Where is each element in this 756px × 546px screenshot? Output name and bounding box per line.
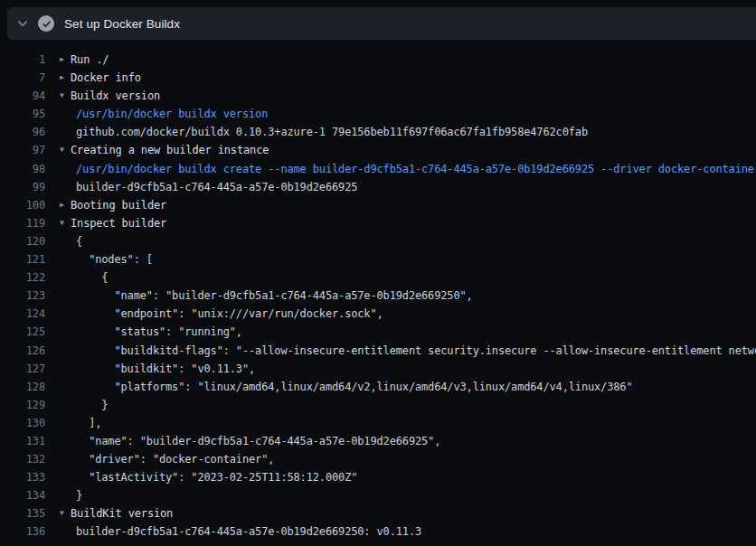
line-number-link[interactable]: 95 <box>0 105 45 123</box>
log-output-text: "platforms": "linux/amd64,linux/amd64/v2… <box>76 378 633 396</box>
line-number-link[interactable]: 99 <box>0 178 45 196</box>
log-line: 122 { <box>0 268 756 287</box>
log-line: 125 "status": "running", <box>0 323 756 341</box>
log-output-text: "buildkit": "v0.11.3", <box>76 360 255 378</box>
log-command-text: /usr/bin/docker buildx create --name bui… <box>76 160 756 178</box>
line-number-link[interactable]: 94 <box>0 87 45 105</box>
log-line: 123 "name": "builder-d9cfb5a1-c764-445a-… <box>0 287 756 305</box>
log-line: 120{ <box>0 232 756 250</box>
log-group-title[interactable]: Run ./ <box>71 51 109 69</box>
log-line: 129 } <box>0 396 756 414</box>
log-line: 128 "platforms": "linux/amd64,linux/amd6… <box>0 378 756 396</box>
log-line: 136builder-d9cfb5a1-c764-445a-a57e-0b19d… <box>0 522 756 541</box>
log-output-text: } <box>76 486 82 504</box>
line-number-link[interactable]: 97 <box>0 141 45 159</box>
chevron-down-icon[interactable] <box>7 18 38 29</box>
line-number-link[interactable]: 121 <box>0 250 45 268</box>
log-lines: 1▶Run ./7▶Docker info94▼Buildx version95… <box>0 51 756 541</box>
log-output-text: github.com/docker/buildx 0.10.3+azure-1 … <box>76 123 588 141</box>
line-number-link[interactable]: 131 <box>0 432 45 450</box>
triangle-down-icon[interactable]: ▼ <box>45 87 71 105</box>
line-number-link[interactable]: 134 <box>0 486 45 504</box>
log-line: 126 "buildkitd-flags": "--allow-insecure… <box>0 342 756 360</box>
log-output-text: { <box>76 232 82 250</box>
log-output-text: "status": "running", <box>76 323 242 341</box>
line-number-link[interactable]: 96 <box>0 123 45 141</box>
log-line: 97▼Creating a new builder instance <box>0 141 756 159</box>
triangle-right-icon[interactable]: ▶ <box>45 51 71 69</box>
log-output-text: } <box>76 396 108 414</box>
log-line: 132 "driver": "docker-container", <box>0 450 756 468</box>
log-output-text: "nodes": [ <box>76 250 153 268</box>
log-line: 98/usr/bin/docker buildx create --name b… <box>0 160 756 178</box>
line-number-link[interactable]: 132 <box>0 450 45 468</box>
line-number-link[interactable]: 130 <box>0 414 45 432</box>
log-output-text: builder-d9cfb5a1-c764-445a-a57e-0b19d2e6… <box>76 522 421 541</box>
log-output-text: ], <box>76 414 101 432</box>
log-line: 94▼Buildx version <box>0 87 756 105</box>
log-line: 134} <box>0 486 756 504</box>
line-number-link[interactable]: 120 <box>0 232 45 250</box>
log-line: 121 "nodes": [ <box>0 250 756 268</box>
log-line: 133 "lastActivity": "2023-02-25T11:58:12… <box>0 468 756 486</box>
line-number-link[interactable]: 133 <box>0 468 45 486</box>
log-output-text: "lastActivity": "2023-02-25T11:58:12.000… <box>76 468 357 486</box>
log-group-title[interactable]: Buildx version <box>71 87 160 105</box>
line-number-link[interactable]: 135 <box>0 504 45 522</box>
log-line: 135▼BuildKit version <box>0 504 756 522</box>
line-number-link[interactable]: 124 <box>0 305 45 323</box>
triangle-right-icon[interactable]: ▶ <box>45 69 71 87</box>
line-number-link[interactable]: 119 <box>0 214 45 232</box>
line-number-link[interactable]: 126 <box>0 342 45 360</box>
line-number-link[interactable]: 100 <box>0 196 45 214</box>
check-circle-icon <box>38 15 54 32</box>
log-group-title[interactable]: BuildKit version <box>71 504 173 522</box>
line-number-link[interactable]: 123 <box>0 287 45 305</box>
log-output-text: "buildkitd-flags": "--allow-insecure-ent… <box>76 342 756 360</box>
log-group-title[interactable]: Creating a new builder instance <box>71 141 269 159</box>
log-group-title[interactable]: Docker info <box>71 69 141 87</box>
line-number-link[interactable]: 129 <box>0 396 45 414</box>
line-number-link[interactable]: 122 <box>0 268 45 287</box>
log-group-title[interactable]: Booting builder <box>71 196 166 214</box>
line-number-link[interactable]: 1 <box>0 51 45 69</box>
triangle-down-icon[interactable]: ▼ <box>45 141 71 159</box>
line-number-link[interactable]: 7 <box>0 69 45 87</box>
triangle-down-icon[interactable]: ▼ <box>45 504 71 522</box>
log-line: 127 "buildkit": "v0.11.3", <box>0 360 756 378</box>
log-output-text: "name": "builder-d9cfb5a1-c764-445a-a57e… <box>76 432 440 450</box>
log-output-text: builder-d9cfb5a1-c764-445a-a57e-0b19d2e6… <box>76 178 357 196</box>
log-line: 100▶Booting builder <box>0 196 756 214</box>
log-command-text: /usr/bin/docker buildx version <box>76 105 268 123</box>
log-line: 99builder-d9cfb5a1-c764-445a-a57e-0b19d2… <box>0 178 756 196</box>
log-output-text: { <box>76 268 108 287</box>
triangle-right-icon[interactable]: ▶ <box>45 196 71 214</box>
step-title: Set up Docker Buildx <box>64 17 180 31</box>
log-line: 96github.com/docker/buildx 0.10.3+azure-… <box>0 123 756 141</box>
step-header[interactable]: Set up Docker Buildx <box>7 7 756 40</box>
line-number-link[interactable]: 136 <box>0 522 45 541</box>
log-line: 119▼Inspect builder <box>0 214 756 232</box>
log-line: 7▶Docker info <box>0 69 756 87</box>
line-number-link[interactable]: 128 <box>0 378 45 396</box>
line-number-link[interactable]: 98 <box>0 160 45 178</box>
log-output-text: "name": "builder-d9cfb5a1-c764-445a-a57e… <box>76 287 473 305</box>
log-line: 1▶Run ./ <box>0 51 756 69</box>
log-line: 130 ], <box>0 414 756 432</box>
line-number-link[interactable]: 127 <box>0 360 45 378</box>
triangle-down-icon[interactable]: ▼ <box>45 214 71 232</box>
log-line: 124 "endpoint": "unix:///var/run/docker.… <box>0 305 756 323</box>
log-group-title[interactable]: Inspect builder <box>71 214 166 232</box>
log-line: 95/usr/bin/docker buildx version <box>0 105 756 123</box>
log-output-text: "endpoint": "unix:///var/run/docker.sock… <box>76 305 383 323</box>
log-output-text: "driver": "docker-container", <box>76 450 274 468</box>
line-number-link[interactable]: 125 <box>0 323 45 341</box>
log-line: 131 "name": "builder-d9cfb5a1-c764-445a-… <box>0 432 756 450</box>
